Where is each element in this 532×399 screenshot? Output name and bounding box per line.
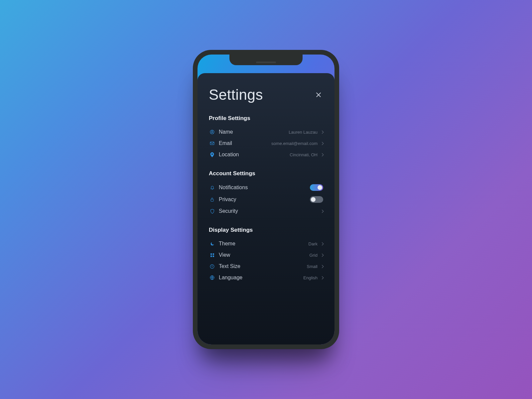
chevron-right-icon [321, 130, 324, 134]
section-display: Display Settings Theme Dark [209, 227, 323, 283]
svg-point-3 [211, 153, 213, 155]
section-title-profile: Profile Settings [209, 115, 323, 122]
mail-icon [209, 141, 215, 145]
svg-text:T: T [211, 265, 213, 267]
svg-point-1 [211, 131, 213, 132]
chevron-right-icon [321, 253, 324, 257]
row-privacy[interactable]: Privacy [209, 194, 323, 205]
user-icon [209, 130, 215, 134]
grid-icon [209, 253, 215, 257]
page-title: Settings [209, 86, 263, 103]
section-title-account: Account Settings [209, 170, 323, 177]
row-label: Security [219, 208, 238, 214]
text-size-icon: T [209, 264, 215, 269]
section-title-display: Display Settings [209, 227, 323, 233]
row-label: Name [219, 129, 233, 135]
chevron-right-icon [321, 265, 324, 268]
row-label: Notifications [219, 185, 248, 191]
row-notifications[interactable]: Notifications [209, 182, 323, 194]
close-icon[interactable] [315, 91, 322, 98]
row-value: Cincinnati, OH [290, 152, 318, 157]
chevron-right-icon [321, 276, 324, 279]
row-value: Dark [309, 241, 318, 246]
row-value: Lauren Lauzau [289, 130, 318, 135]
chevron-right-icon [321, 142, 324, 145]
row-name[interactable]: Name Lauren Lauzau [209, 126, 323, 138]
phone-notch [229, 55, 303, 65]
row-theme[interactable]: Theme Dark [209, 238, 323, 249]
row-label: Text Size [219, 263, 240, 269]
row-label: Location [219, 152, 239, 158]
chevron-right-icon [321, 209, 324, 213]
bell-icon [209, 185, 215, 190]
svg-rect-8 [212, 255, 214, 257]
lock-icon [209, 197, 215, 202]
svg-rect-5 [210, 253, 212, 255]
row-security[interactable]: Security [209, 205, 323, 217]
svg-rect-4 [211, 199, 213, 201]
svg-rect-6 [212, 253, 214, 255]
row-label: Language [219, 275, 242, 281]
toggle-notifications[interactable] [310, 184, 323, 191]
svg-rect-7 [210, 255, 212, 257]
row-text-size[interactable]: T Text Size Small [209, 261, 323, 272]
globe-icon [209, 275, 215, 280]
row-email[interactable]: Email some.email@email.com [209, 138, 323, 149]
row-value: English [303, 275, 318, 280]
settings-panel: Settings Profile Settings Name Lauren La… [198, 73, 334, 344]
shield-icon [209, 209, 215, 214]
toggle-privacy[interactable] [310, 196, 323, 203]
row-label: Email [219, 140, 232, 146]
row-label: Privacy [219, 197, 236, 202]
row-label: View [219, 252, 230, 258]
panel-header: Settings [209, 86, 323, 103]
section-profile: Profile Settings Name Lauren Lauzau [209, 115, 323, 160]
row-view[interactable]: View Grid [209, 249, 323, 261]
row-location[interactable]: Location Cincinnati, OH [209, 149, 323, 160]
chevron-right-icon [321, 242, 324, 245]
row-value: some.email@email.com [271, 141, 318, 146]
row-language[interactable]: Language English [209, 272, 323, 283]
speaker-slot [256, 62, 276, 63]
moon-icon [209, 242, 215, 246]
row-value: Small [307, 264, 318, 269]
phone-screen: Settings Profile Settings Name Lauren La… [198, 55, 334, 344]
row-label: Theme [219, 241, 235, 247]
row-value: Grid [309, 253, 318, 258]
phone-frame: Settings Profile Settings Name Lauren La… [193, 50, 339, 349]
section-account: Account Settings Notifications [209, 170, 323, 217]
chevron-right-icon [321, 153, 324, 156]
location-pin-icon [209, 152, 215, 157]
svg-rect-2 [210, 142, 214, 145]
